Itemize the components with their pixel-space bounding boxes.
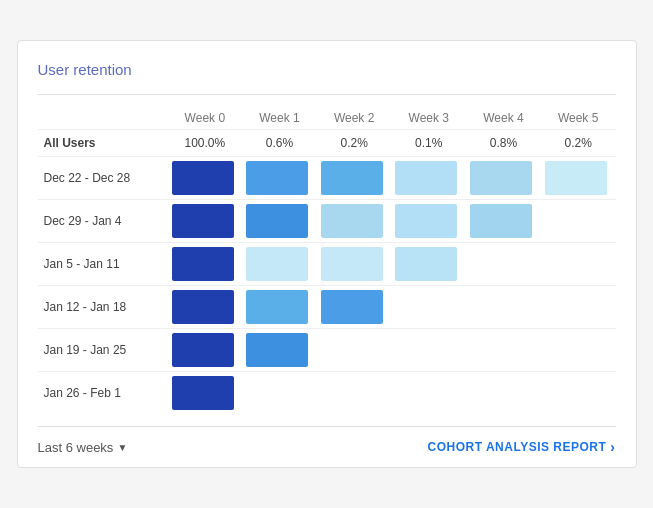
cell-r5-c4 (466, 372, 541, 415)
cell-r2-c1 (242, 243, 317, 286)
heat-cell (172, 290, 234, 324)
col-header-week3: Week 3 (391, 107, 466, 130)
empty-cell (545, 333, 607, 367)
table-row: Jan 5 - Jan 11 (38, 243, 616, 286)
all-users-week0: 100.0% (168, 130, 243, 157)
heat-cell (395, 161, 457, 195)
heat-cell (246, 290, 308, 324)
cell-r3-c1 (242, 286, 317, 329)
all-users-row: All Users100.0%0.6%0.2%0.1%0.8%0.2% (38, 130, 616, 157)
empty-cell (395, 333, 457, 367)
heat-cell (246, 247, 308, 281)
heat-cell (172, 247, 234, 281)
all-users-week4: 0.8% (466, 130, 541, 157)
cell-r2-c4 (466, 243, 541, 286)
cell-r4-c2 (317, 329, 392, 372)
table-row: Jan 12 - Jan 18 (38, 286, 616, 329)
heat-cell (246, 204, 308, 238)
cohort-report-label: COHORT ANALYSIS REPORT (428, 440, 607, 454)
cell-r0-c2 (317, 157, 392, 200)
chevron-right-icon[interactable]: › (610, 439, 615, 455)
table-row: Jan 19 - Jan 25 (38, 329, 616, 372)
heat-cell (321, 204, 383, 238)
last-6-weeks-label: Last 6 weeks (38, 440, 114, 455)
cell-r4-c0 (168, 329, 243, 372)
empty-cell (246, 376, 308, 410)
heat-cell (172, 376, 234, 410)
all-users-week2: 0.2% (317, 130, 392, 157)
empty-cell (545, 376, 607, 410)
cell-r0-c4 (466, 157, 541, 200)
cell-r5-c1 (242, 372, 317, 415)
cell-r3-c3 (391, 286, 466, 329)
cell-r0-c0 (168, 157, 243, 200)
chevron-down-icon[interactable]: ▼ (117, 442, 127, 453)
cell-r0-c5 (541, 157, 616, 200)
cell-r1-c4 (466, 200, 541, 243)
empty-cell (545, 247, 607, 281)
row-label: Jan 12 - Jan 18 (38, 286, 168, 329)
cell-r2-c0 (168, 243, 243, 286)
cell-r1-c1 (242, 200, 317, 243)
divider (38, 94, 616, 95)
card-footer: Last 6 weeks ▼ COHORT ANALYSIS REPORT › (38, 426, 616, 467)
cell-r1-c3 (391, 200, 466, 243)
cell-r5-c0 (168, 372, 243, 415)
cell-r0-c1 (242, 157, 317, 200)
cell-r3-c5 (541, 286, 616, 329)
heat-cell (172, 161, 234, 195)
cell-r5-c5 (541, 372, 616, 415)
table-row: Dec 22 - Dec 28 (38, 157, 616, 200)
col-header-label (38, 107, 168, 130)
cell-r4-c3 (391, 329, 466, 372)
card-title: User retention (38, 61, 616, 78)
heat-cell (246, 333, 308, 367)
heat-cell (470, 161, 532, 195)
all-users-week1: 0.6% (242, 130, 317, 157)
cell-r4-c1 (242, 329, 317, 372)
table-row: Jan 26 - Feb 1 (38, 372, 616, 415)
empty-cell (470, 376, 532, 410)
heat-cell (172, 204, 234, 238)
heat-cell (321, 161, 383, 195)
cell-r5-c2 (317, 372, 392, 415)
row-label: Dec 29 - Jan 4 (38, 200, 168, 243)
empty-cell (395, 290, 457, 324)
heat-cell (321, 247, 383, 281)
empty-cell (545, 204, 607, 238)
row-label: Dec 22 - Dec 28 (38, 157, 168, 200)
cell-r3-c0 (168, 286, 243, 329)
empty-cell (321, 333, 383, 367)
footer-left[interactable]: Last 6 weeks ▼ (38, 440, 128, 455)
heat-cell (246, 161, 308, 195)
col-header-week0: Week 0 (168, 107, 243, 130)
col-header-week1: Week 1 (242, 107, 317, 130)
cell-r3-c4 (466, 286, 541, 329)
heat-cell (395, 204, 457, 238)
empty-cell (395, 376, 457, 410)
all-users-week3: 0.1% (391, 130, 466, 157)
col-header-week4: Week 4 (466, 107, 541, 130)
cell-r4-c5 (541, 329, 616, 372)
cell-r4-c4 (466, 329, 541, 372)
col-header-week2: Week 2 (317, 107, 392, 130)
heat-cell (395, 247, 457, 281)
row-label: Jan 5 - Jan 11 (38, 243, 168, 286)
cell-r1-c0 (168, 200, 243, 243)
cell-r2-c3 (391, 243, 466, 286)
heat-cell (172, 333, 234, 367)
row-label: Jan 26 - Feb 1 (38, 372, 168, 415)
retention-card: User retention Week 0 Week 1 Week 2 Week… (17, 40, 637, 468)
cell-r3-c2 (317, 286, 392, 329)
heat-cell (470, 204, 532, 238)
empty-cell (470, 247, 532, 281)
empty-cell (470, 290, 532, 324)
footer-right[interactable]: COHORT ANALYSIS REPORT › (428, 439, 616, 455)
empty-cell (321, 376, 383, 410)
heat-cell (545, 161, 607, 195)
empty-cell (545, 290, 607, 324)
heat-cell (321, 290, 383, 324)
cell-r0-c3 (391, 157, 466, 200)
cell-r1-c5 (541, 200, 616, 243)
cell-r5-c3 (391, 372, 466, 415)
